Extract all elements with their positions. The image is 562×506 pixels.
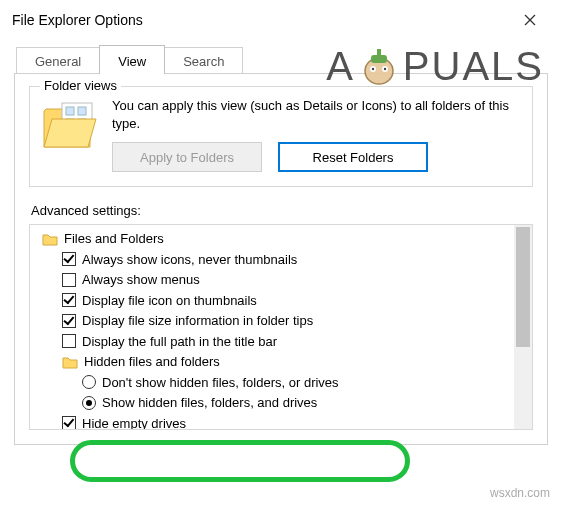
tree-label: Show hidden files, folders, and drives — [102, 393, 317, 413]
brand-watermark: A PUALS — [326, 44, 544, 89]
scrollbar[interactable] — [514, 225, 532, 429]
opt-full-path-title[interactable]: Display the full path in the title bar — [36, 332, 532, 353]
tree-label: Hidden files and folders — [84, 352, 220, 372]
folder-icon — [42, 232, 58, 246]
brand-letter-a: A — [326, 44, 355, 89]
tree-label: Display file size information in folder … — [82, 311, 313, 331]
advanced-settings-label: Advanced settings: — [31, 203, 533, 218]
tree-root-files-folders[interactable]: Files and Folders — [36, 229, 532, 250]
close-icon — [524, 14, 536, 26]
close-button[interactable] — [510, 6, 550, 34]
scrollbar-thumb[interactable] — [516, 227, 530, 347]
tree-label: Don't show hidden files, folders, or dri… — [102, 373, 339, 393]
checkbox-icon[interactable] — [62, 334, 76, 348]
tab-general[interactable]: General — [16, 47, 100, 74]
svg-rect-3 — [66, 107, 74, 115]
opt-dont-show-hidden[interactable]: Don't show hidden files, folders, or dri… — [36, 373, 532, 394]
folder-views-text: You can apply this view (such as Details… — [112, 97, 520, 132]
site-watermark: wsxdn.com — [490, 486, 550, 500]
apply-to-folders-button: Apply to Folders — [112, 142, 262, 172]
tree-label: Always show icons, never thumbnails — [82, 250, 297, 270]
svg-point-10 — [372, 67, 374, 69]
opt-always-icons[interactable]: Always show icons, never thumbnails — [36, 250, 532, 271]
opt-always-menus[interactable]: Always show menus — [36, 270, 532, 291]
mascot-icon — [357, 45, 401, 89]
opt-file-icon-thumb[interactable]: Display file icon on thumbnails — [36, 291, 532, 312]
tree-label: Display the full path in the title bar — [82, 332, 277, 352]
tab-content: Folder views You can apply this view (su… — [14, 73, 548, 445]
tree-hidden-group[interactable]: Hidden files and folders — [36, 352, 532, 373]
opt-hide-empty-drives[interactable]: Hide empty drives — [36, 414, 532, 431]
folder-views-title: Folder views — [40, 78, 121, 93]
folder-views-group: Folder views You can apply this view (su… — [29, 86, 533, 187]
svg-rect-4 — [78, 107, 86, 115]
tree-label: Files and Folders — [64, 229, 164, 249]
window-title: File Explorer Options — [12, 12, 143, 28]
tree-label: Hide empty drives — [82, 414, 186, 431]
brand-rest: PUALS — [403, 44, 544, 89]
opt-file-size-tips[interactable]: Display file size information in folder … — [36, 311, 532, 332]
radio-icon[interactable] — [82, 396, 96, 410]
radio-icon[interactable] — [82, 375, 96, 389]
checkbox-icon[interactable] — [62, 293, 76, 307]
tab-view[interactable]: View — [99, 45, 165, 74]
tree-label: Display file icon on thumbnails — [82, 291, 257, 311]
checkbox-icon[interactable] — [62, 273, 76, 287]
folder-icon — [62, 355, 78, 369]
titlebar: File Explorer Options — [0, 0, 562, 36]
opt-show-hidden[interactable]: Show hidden files, folders, and drives — [36, 393, 532, 414]
annotation-highlight — [70, 440, 410, 482]
checkbox-icon[interactable] — [62, 416, 76, 430]
tree-label: Always show menus — [82, 270, 200, 290]
tab-search[interactable]: Search — [164, 47, 243, 74]
folder-icon — [42, 97, 98, 151]
checkbox-icon[interactable] — [62, 314, 76, 328]
advanced-settings-list: Files and Folders Always show icons, nev… — [29, 224, 533, 430]
svg-point-11 — [384, 67, 386, 69]
checkbox-icon[interactable] — [62, 252, 76, 266]
reset-folders-button[interactable]: Reset Folders — [278, 142, 428, 172]
svg-rect-13 — [377, 49, 381, 57]
